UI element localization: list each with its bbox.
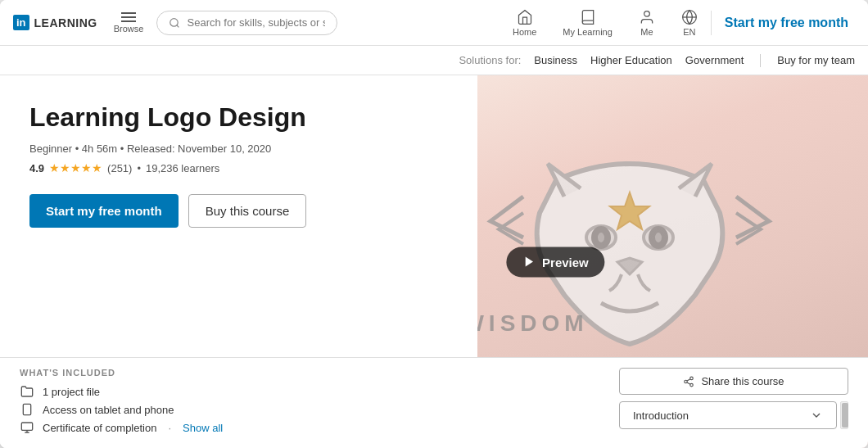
browse-label: Browse	[114, 24, 144, 34]
course-rating: 4.9 ★★★★★ (251) • 19,236 learners	[29, 161, 448, 174]
svg-point-8	[652, 229, 665, 246]
subnav-separator	[760, 54, 761, 67]
project-file-text: 1 project file	[43, 386, 100, 398]
svg-point-18	[690, 383, 694, 387]
book-icon	[580, 9, 596, 25]
navbar: in LEARNING Browse Home	[0, 0, 868, 46]
share-icon	[683, 376, 694, 387]
course-title: Learning Logo Design	[29, 102, 448, 133]
whats-included-title: WHAT'S INCLUDED	[20, 368, 580, 378]
user-icon	[639, 9, 655, 25]
nav-divider	[711, 11, 712, 35]
nav-language[interactable]: EN	[675, 6, 704, 40]
review-separator: •	[137, 162, 141, 174]
subnav-business[interactable]: Business	[534, 54, 577, 66]
search-icon	[169, 16, 180, 29]
wisdom-text: WISDOM	[462, 310, 588, 337]
sub-nav: Solutions for: Business Higher Education…	[0, 46, 868, 75]
course-buttons: Start my free month Buy this course	[29, 194, 448, 228]
included-item-certificate: Certificate of completion · Show all	[20, 420, 580, 435]
svg-line-20	[687, 378, 690, 380]
svg-point-7	[594, 229, 608, 246]
dot-separator: ·	[168, 422, 171, 434]
main-content: WISDOM Learning Logo Design Beginner • 4…	[0, 75, 868, 448]
included-item-tablet: Access on tablet and phone	[20, 402, 580, 417]
solutions-label: Solutions for:	[459, 54, 521, 66]
intro-dropdown[interactable]: Introduction	[619, 401, 837, 429]
logo-text: LEARNING	[34, 16, 97, 29]
nav-me-label: Me	[640, 27, 653, 37]
svg-point-0	[170, 18, 178, 25]
play-icon	[522, 256, 536, 269]
svg-rect-13	[21, 423, 32, 430]
tablet-phone-text: Access on tablet and phone	[43, 404, 174, 416]
share-label: Share this course	[701, 375, 784, 387]
buy-course-button[interactable]: Buy this course	[188, 194, 307, 228]
nav-me[interactable]: Me	[632, 6, 662, 40]
nav-lang-label: EN	[683, 27, 695, 37]
certificate-text: Certificate of completion	[43, 422, 156, 434]
browse-button[interactable]: Browse	[107, 9, 151, 37]
folder-icon	[20, 384, 34, 399]
scrollbar[interactable]	[840, 401, 848, 429]
rating-stars: ★★★★★	[49, 161, 102, 174]
nav-icons: Home My Learning Me EN	[506, 6, 704, 40]
tablet-icon	[20, 402, 34, 417]
course-hero: WISDOM Learning Logo Design Beginner • 4…	[0, 75, 868, 448]
start-free-month-button[interactable]: Start my free month	[29, 194, 179, 228]
right-panel: Share this course Introduction	[619, 368, 848, 438]
learners-count: 19,236 learners	[146, 162, 219, 174]
nav-home[interactable]: Home	[506, 6, 543, 40]
nav-my-learning[interactable]: My Learning	[556, 6, 619, 40]
logo-in-badge: in	[13, 15, 29, 30]
subnav-government[interactable]: Government	[685, 54, 744, 66]
svg-point-17	[685, 380, 688, 383]
logo: in LEARNING	[13, 15, 97, 30]
intro-label: Introduction	[633, 410, 689, 422]
svg-point-2	[644, 11, 650, 16]
hamburger-icon	[121, 12, 136, 22]
subnav-buy-team[interactable]: Buy for my team	[777, 54, 855, 66]
included-item-project: 1 project file	[20, 384, 580, 399]
globe-icon	[681, 9, 698, 25]
rating-number: 4.9	[29, 162, 44, 174]
preview-button[interactable]: Preview	[506, 247, 605, 277]
preview-label: Preview	[542, 255, 589, 269]
share-course-button[interactable]: Share this course	[619, 368, 848, 395]
svg-marker-10	[525, 257, 532, 267]
scrollbar-thumb	[842, 403, 848, 428]
whats-included-panel: WHAT'S INCLUDED 1 project file	[20, 368, 580, 438]
svg-line-19	[687, 382, 690, 383]
chevron-down-icon	[810, 409, 823, 422]
svg-line-1	[177, 25, 179, 27]
certificate-icon	[20, 420, 34, 435]
bottom-section: WHAT'S INCLUDED 1 project file	[0, 357, 868, 448]
free-month-nav-button[interactable]: Start my free month	[718, 12, 855, 34]
home-icon	[517, 9, 533, 25]
svg-point-16	[690, 377, 694, 380]
nav-mylearning-label: My Learning	[563, 27, 613, 37]
review-count: (251)	[107, 162, 132, 174]
course-meta: Beginner • 4h 56m • Released: November 1…	[29, 143, 448, 155]
search-bar[interactable]	[156, 11, 337, 35]
search-input[interactable]	[188, 16, 325, 29]
subnav-higher-ed[interactable]: Higher Education	[590, 54, 672, 66]
show-all-link[interactable]: Show all	[183, 422, 223, 434]
nav-home-label: Home	[513, 27, 536, 37]
